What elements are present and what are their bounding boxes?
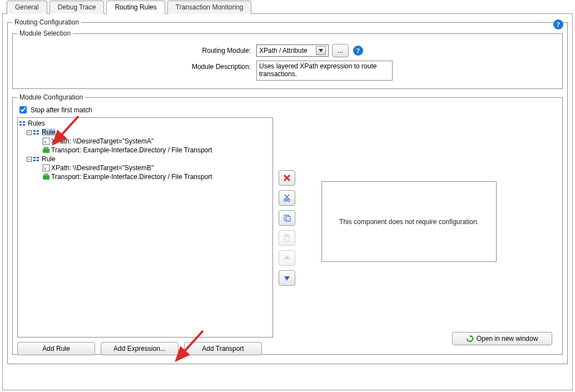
tab-routing-rules[interactable]: Routing Rules xyxy=(106,1,165,14)
component-config-placeholder: This component does not require configur… xyxy=(321,181,497,262)
module-description-text: Uses layered XPath expression to route t… xyxy=(256,61,393,81)
tree-rule-2-label: Rule xyxy=(42,155,56,163)
tree-rule-1-transport-label: Transport: Example-Interface.Directory /… xyxy=(51,146,212,154)
collapse-icon[interactable]: − xyxy=(27,157,32,162)
transport-icon xyxy=(42,173,50,181)
module-configuration-group: Module Configuration Stop after first ma… xyxy=(12,93,563,355)
copy-button[interactable] xyxy=(279,210,295,226)
xpath-icon: x xyxy=(42,137,50,145)
rule-icon xyxy=(33,155,41,163)
svg-text:x: x xyxy=(44,166,47,171)
move-down-button[interactable] xyxy=(279,270,295,286)
routing-module-value: XPath / Attribute xyxy=(259,47,308,54)
svg-rect-13 xyxy=(33,157,36,158)
tree-rule-2[interactable]: − Rule xyxy=(19,155,271,163)
svg-marker-31 xyxy=(284,255,290,259)
svg-rect-19 xyxy=(43,175,49,180)
add-transport-button[interactable]: Add Transport xyxy=(184,342,262,355)
delete-button[interactable] xyxy=(279,170,295,186)
svg-rect-16 xyxy=(37,160,39,161)
tree-icon xyxy=(19,120,27,127)
svg-rect-20 xyxy=(44,173,48,176)
rule-icon xyxy=(33,128,41,136)
tab-debug-trace[interactable]: Debug Trace xyxy=(49,1,105,14)
tree-rule-2-transport[interactable]: Transport: Example-Interface.Directory /… xyxy=(19,172,271,181)
tab-panel: ? Routing Configuration Module Selection… xyxy=(2,13,573,390)
open-new-window-icon xyxy=(467,335,473,342)
routing-configuration-group: Routing Configuration Module Selection R… xyxy=(7,18,568,364)
svg-rect-14 xyxy=(33,160,36,161)
tree-rule-1-transport[interactable]: Transport: Example-Interface.Directory /… xyxy=(19,146,271,155)
svg-rect-11 xyxy=(43,148,49,153)
collapse-icon[interactable]: − xyxy=(27,130,32,135)
config-placeholder-text: This component does not require configur… xyxy=(339,218,479,226)
tree-rule-2-transport-label: Transport: Example-Interface.Directory /… xyxy=(51,173,212,181)
open-in-new-window-button[interactable]: Open in new window xyxy=(452,332,552,345)
open-new-window-label: Open in new window xyxy=(477,335,538,343)
help-icon[interactable]: ? xyxy=(553,19,564,31)
tab-general[interactable]: General xyxy=(7,1,47,14)
cut-button[interactable] xyxy=(279,190,295,206)
svg-rect-3 xyxy=(23,121,25,123)
tree-rule-2-xpath[interactable]: x XPath: \\DesiredTarget="SystemB" xyxy=(19,163,271,172)
stop-after-first-match-checkbox[interactable] xyxy=(19,106,27,113)
rules-tree[interactable]: Rules − Rule x xyxy=(17,117,273,338)
svg-rect-7 xyxy=(37,130,39,132)
tree-rule-2-xpath-label: XPath: \\DesiredTarget="SystemB" xyxy=(51,164,153,172)
tree-rule-1-xpath[interactable]: x XPath: \\DesiredTarget="SystemA" xyxy=(19,137,271,146)
tree-rule-1-label: Rule xyxy=(42,128,56,136)
svg-marker-0 xyxy=(319,49,323,52)
svg-point-24 xyxy=(288,199,290,201)
browse-module-button[interactable]: ... xyxy=(332,44,349,57)
svg-rect-5 xyxy=(33,130,36,132)
transport-icon xyxy=(42,146,50,154)
chevron-down-icon xyxy=(316,46,326,55)
routing-module-combo[interactable]: XPath / Attribute xyxy=(256,44,329,57)
svg-rect-1 xyxy=(19,121,22,123)
svg-marker-32 xyxy=(284,276,290,281)
svg-line-25 xyxy=(285,195,289,199)
svg-rect-6 xyxy=(33,133,36,135)
tree-root[interactable]: Rules xyxy=(19,119,271,128)
svg-rect-28 xyxy=(286,216,290,221)
tab-transaction-monitoring[interactable]: Transaction Monitoring xyxy=(167,1,252,14)
tree-root-label: Rules xyxy=(28,120,45,127)
svg-rect-4 xyxy=(23,124,25,126)
tree-rule-1-xpath-label: XPath: \\DesiredTarget="SystemA" xyxy=(51,137,153,145)
tab-bar: General Debug Trace Routing Rules Transa… xyxy=(0,0,575,13)
paste-button xyxy=(279,230,295,246)
help-icon[interactable]: ? xyxy=(353,46,363,56)
svg-rect-2 xyxy=(19,124,22,126)
svg-text:x: x xyxy=(44,139,47,145)
module-description-label: Module Description: xyxy=(17,61,256,71)
routing-configuration-legend: Routing Configuration xyxy=(12,18,81,26)
tree-action-toolbar xyxy=(279,170,295,286)
add-expression-button[interactable]: Add Expression... xyxy=(101,342,179,355)
module-configuration-legend: Module Configuration xyxy=(17,93,85,101)
xpath-icon: x xyxy=(42,164,50,172)
svg-rect-12 xyxy=(44,147,48,149)
stop-after-first-match-label: Stop after first match xyxy=(31,106,92,114)
svg-point-23 xyxy=(284,199,286,201)
svg-rect-15 xyxy=(37,157,39,158)
routing-module-label: Routing Module: xyxy=(17,47,256,54)
move-up-button xyxy=(279,250,295,266)
svg-line-26 xyxy=(285,195,289,199)
svg-rect-8 xyxy=(37,133,39,135)
module-selection-group: Module Selection Routing Module: XPath /… xyxy=(12,29,563,89)
svg-rect-30 xyxy=(286,235,288,236)
add-rule-button[interactable]: Add Rule xyxy=(17,342,95,355)
tree-rule-1[interactable]: − Rule xyxy=(19,128,271,137)
module-selection-legend: Module Selection xyxy=(17,29,73,37)
